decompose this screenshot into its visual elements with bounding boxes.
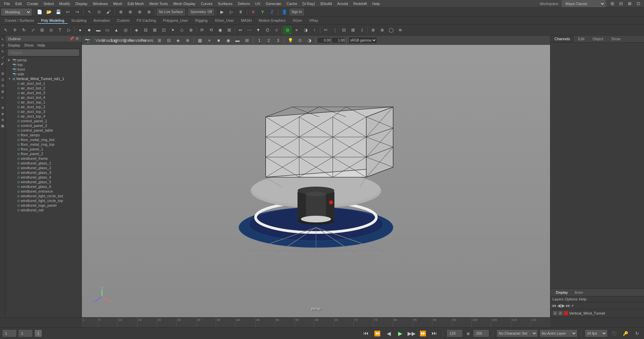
vp-lighting-btn[interactable]: Lighting [114, 36, 123, 45]
list-item[interactable]: ⊙floor_panel_2 [5, 151, 82, 156]
vp-res2[interactable]: 2 [264, 36, 273, 45]
wireframe-toggle[interactable]: ⋄ [292, 26, 301, 35]
list-item[interactable]: ⊙windtunel_frame [5, 156, 82, 161]
cone-tool[interactable]: ▲ [112, 26, 121, 35]
open-file-icon[interactable]: 📂 [45, 8, 53, 16]
vp-light-icon[interactable]: 💡 [286, 36, 295, 45]
select-icon[interactable]: ↖ [85, 8, 94, 16]
menu-mesh-display[interactable]: Mesh Display [171, 1, 198, 6]
left-icon-h[interactable]: ⊗ [0, 117, 5, 122]
play-prev-btn[interactable]: ◀ [384, 329, 393, 338]
vector-tool[interactable]: ▷ [65, 26, 73, 35]
cube-tool[interactable]: ■ [85, 26, 94, 35]
snap-icon1[interactable]: ⊕ [116, 8, 125, 16]
ring-tool[interactable]: ⟲ [207, 26, 215, 35]
layer-nav-add[interactable]: + [571, 303, 574, 308]
backface-cull[interactable]: ◑ [301, 26, 310, 35]
snap-icon3[interactable]: ⊕ [135, 8, 144, 16]
extrude-tool[interactable]: ⊠ [150, 26, 159, 35]
vp-icon3[interactable]: ◈ [174, 36, 182, 45]
vp-icon1[interactable]: ⊞ [155, 36, 164, 45]
play-end-btn[interactable]: ⏭ [430, 329, 439, 338]
scale-tool[interactable]: ⤢ [29, 26, 37, 35]
layer-nav-prev[interactable]: ◀ [557, 303, 561, 308]
vp-flat-icon[interactable]: ▬ [233, 36, 242, 45]
menu-edit[interactable]: Edit [13, 1, 24, 6]
wedge-tool[interactable]: ◇ [177, 26, 186, 35]
x-axis[interactable]: X [249, 8, 258, 16]
vp-panels-btn[interactable]: Panels [143, 36, 151, 45]
outliner-display-menu[interactable]: Display [8, 43, 20, 47]
outliner-help-menu[interactable]: Help [38, 43, 45, 47]
menu-create[interactable]: Create [24, 1, 41, 6]
tab-motion-graphics[interactable]: Motion Graphics [255, 18, 289, 24]
left-icon-i[interactable]: ▦ [0, 123, 5, 128]
workspace-dropdown[interactable]: Maya Classic [562, 0, 605, 7]
layer-name[interactable]: Vertical_Wind_Tunnel [569, 311, 605, 315]
layer-layers-menu[interactable]: Layers [552, 297, 564, 301]
menu-select[interactable]: Select [41, 1, 57, 6]
range-end-input[interactable] [474, 330, 489, 337]
timeline-ruler[interactable]: 1 5 10 15 20 25 30 35 40 45 50 55 60 65 … [82, 318, 550, 328]
viewport[interactable]: 📷 View Shading Lighting Show Renderer Pa… [82, 36, 550, 317]
vp-icon4[interactable]: ⊕ [183, 36, 192, 45]
sphere-tool[interactable]: ● [76, 26, 85, 35]
merge-tool[interactable]: ⊡ [159, 26, 168, 35]
circularize-tool[interactable]: ◯ [387, 26, 395, 35]
list-item[interactable]: ⊙windtunel_glass_3 [5, 170, 82, 175]
list-item[interactable]: ⊙control_panel_table [5, 128, 82, 133]
left-icon-g[interactable]: ◈ [0, 111, 5, 116]
list-item[interactable]: ⊙floor_metal_ring_bot [5, 137, 82, 142]
frame-current-input[interactable] [19, 330, 32, 337]
workspace-icon3[interactable]: ⊠ [625, 0, 634, 8]
lasso-icon[interactable]: ⊙ [95, 8, 103, 16]
relax-tool[interactable]: ≋ [396, 26, 405, 35]
split-tool[interactable]: ⋮ [330, 26, 339, 35]
tab-mash[interactable]: MASH [237, 18, 255, 24]
list-item[interactable]: ⊙air_duct_top_4 [5, 114, 82, 119]
menu-windows[interactable]: Windows [90, 1, 111, 6]
offset-loop-tool[interactable]: ⊠ [348, 26, 357, 35]
detach-tool[interactable]: ⊗ [369, 26, 377, 35]
left-icon-e[interactable]: ≡ [0, 95, 5, 100]
list-item[interactable]: ⊙air_duct_bot_3 [5, 90, 82, 95]
loop-tool[interactable]: ⟳ [198, 26, 206, 35]
vp-value1[interactable] [317, 37, 331, 43]
live-surface-btn[interactable]: No Live Surface [157, 9, 185, 15]
tab-fx-caching[interactable]: FX Caching [133, 18, 159, 24]
left-icon-d[interactable]: ⊠ [0, 89, 5, 94]
play-next-key-btn[interactable]: ⏩ [419, 329, 427, 338]
render-icon2[interactable]: ▷ [227, 8, 236, 16]
cut-tool[interactable]: ✂ [321, 26, 330, 35]
tab-xgen[interactable]: XGen [289, 18, 305, 24]
list-item[interactable]: ⊙windtunel_light_circle_bot [5, 194, 82, 198]
render-icon1[interactable]: ▶ [218, 8, 226, 16]
list-item[interactable]: ⊙floor_panel_1 [5, 147, 82, 151]
vp-res1[interactable]: 1 [255, 36, 264, 45]
menu-curves[interactable]: Curves [198, 1, 215, 6]
workspace-icon2[interactable]: ⊟ [616, 0, 625, 8]
frame-start-input[interactable] [3, 330, 16, 337]
layer-options-menu[interactable]: Options [565, 297, 578, 301]
select-tool[interactable]: ↖ [1, 26, 10, 35]
connect-tool[interactable]: ⊕ [378, 26, 386, 35]
tab-vray[interactable]: VRay [306, 18, 322, 24]
play-next-btn[interactable]: ▶▶ [407, 329, 416, 338]
vp-wire-icon[interactable]: ⋄ [205, 36, 214, 45]
anim-layer-select[interactable]: No Anim Layer [540, 330, 577, 337]
menu-modify[interactable]: Modify [56, 1, 72, 6]
left-select[interactable]: ↖ [0, 37, 5, 42]
outliner-pin[interactable]: 📌 [69, 37, 74, 41]
tab-poly-modeling[interactable]: Poly Modeling [38, 18, 67, 24]
menu-arnold[interactable]: Arnold [335, 1, 351, 6]
move-tool[interactable]: ✛ [10, 26, 19, 35]
bevel-tool[interactable]: ◈ [132, 26, 141, 35]
menu-surfaces[interactable]: Surfaces [215, 1, 235, 6]
layer-anim-tab[interactable]: Anim [572, 290, 586, 295]
mirror-tool[interactable]: ⇔ [236, 26, 245, 35]
list-item[interactable]: ⊙windtunel_glass_1 [5, 161, 82, 165]
vp-res3[interactable]: 3 [274, 36, 282, 45]
list-item[interactable]: ⊙floor_lamps [5, 133, 82, 137]
tab-custom[interactable]: Custom [114, 18, 133, 24]
autokey-btn[interactable]: ⚫ [610, 329, 619, 338]
